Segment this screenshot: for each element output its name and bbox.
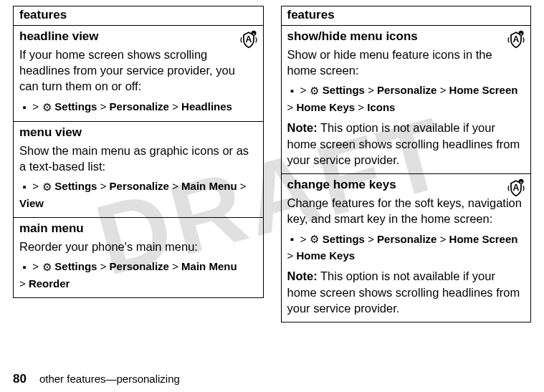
feature-title: menu view bbox=[19, 125, 257, 141]
svg-text:A: A bbox=[513, 183, 520, 193]
settings-glyph-icon: ⚙ bbox=[42, 259, 52, 276]
path-item: Reorder bbox=[29, 277, 70, 290]
nav-path: ▪ > ⚙ Settings > Personalize > Home Scre… bbox=[287, 82, 525, 115]
path-item: View bbox=[19, 197, 44, 209]
settings-glyph-icon: ⚙ bbox=[42, 179, 52, 196]
feature-cell: A+ headline view If your home screen sho… bbox=[14, 26, 263, 122]
svg-text:+: + bbox=[520, 31, 522, 36]
gt: > bbox=[100, 180, 107, 192]
page-footer: 80other features—personalizing bbox=[13, 372, 180, 386]
gt: > bbox=[19, 277, 26, 290]
feature-title: change home keys bbox=[287, 177, 525, 193]
path-item: Personalize bbox=[110, 260, 169, 272]
gt: > bbox=[172, 100, 178, 113]
left-column: features A+ headline view If your home s… bbox=[13, 6, 264, 322]
path-item: Home Keys bbox=[296, 249, 355, 262]
path-item: Main Menu bbox=[181, 180, 237, 192]
path-item: Headlines bbox=[181, 100, 232, 113]
svg-text:+: + bbox=[520, 179, 522, 184]
feature-title: show/hide menu icons bbox=[287, 29, 525, 45]
gt: > bbox=[358, 101, 364, 113]
nav-path: ▪ > ⚙ Settings > Personalize > Headlines bbox=[19, 99, 257, 115]
settings-glyph-icon: ⚙ bbox=[310, 83, 320, 100]
gt: > bbox=[32, 260, 39, 272]
gt: > bbox=[32, 180, 39, 192]
accessibility-icon: A+ bbox=[506, 177, 526, 197]
right-column: features A+ show/hide menu icons Show or… bbox=[281, 6, 532, 322]
center-key-icon: ▪ bbox=[19, 259, 29, 276]
gt: > bbox=[240, 180, 247, 192]
right-table: features A+ show/hide menu icons Show or… bbox=[281, 6, 532, 322]
svg-text:+: + bbox=[252, 31, 255, 36]
feature-note: Note: This option is not available if yo… bbox=[287, 268, 525, 316]
gt: > bbox=[172, 260, 178, 272]
accessibility-icon: A+ bbox=[506, 29, 526, 49]
gt: > bbox=[287, 249, 294, 262]
feature-body: Reorder your phone's main menu: bbox=[19, 239, 257, 254]
gt: > bbox=[287, 101, 294, 113]
gt: > bbox=[300, 233, 307, 245]
right-table-header: features bbox=[282, 6, 531, 26]
svg-text:A: A bbox=[245, 34, 252, 44]
gt: > bbox=[100, 100, 107, 113]
accessibility-icon: A+ bbox=[239, 29, 259, 49]
path-item: Home Screen bbox=[449, 84, 518, 96]
two-column-layout: features A+ headline view If your home s… bbox=[0, 0, 544, 322]
note-label: Note: bbox=[287, 121, 318, 134]
center-key-icon: ▪ bbox=[287, 231, 297, 248]
gt: > bbox=[172, 180, 178, 192]
settings-glyph-icon: ⚙ bbox=[42, 100, 52, 116]
gt: > bbox=[368, 233, 374, 245]
feature-cell: main menu Reorder your phone's main menu… bbox=[14, 218, 263, 297]
path-item: Settings bbox=[54, 260, 97, 272]
gt: > bbox=[300, 84, 307, 96]
feature-cell: A+ show/hide menu icons Show or hide men… bbox=[282, 26, 531, 174]
path-item: Settings bbox=[54, 180, 97, 192]
settings-glyph-icon: ⚙ bbox=[310, 231, 320, 248]
footer-text: other features—personalizing bbox=[39, 373, 180, 385]
center-key-icon: ▪ bbox=[19, 179, 29, 196]
gt: > bbox=[100, 260, 107, 272]
left-table-header: features bbox=[14, 6, 263, 26]
path-item: Personalize bbox=[110, 100, 169, 113]
nav-path: ▪ > ⚙ Settings > Personalize > Main Menu… bbox=[19, 259, 257, 292]
feature-cell: menu view Show the main menu as graphic … bbox=[14, 122, 263, 218]
center-key-icon: ▪ bbox=[287, 83, 297, 100]
svg-text:A: A bbox=[513, 34, 520, 44]
path-item: Settings bbox=[54, 100, 97, 113]
path-item: Personalize bbox=[377, 233, 436, 245]
feature-cell: A+ change home keys Change features for … bbox=[282, 174, 531, 322]
path-item: Personalize bbox=[110, 180, 169, 192]
feature-note: Note: This option is not available if yo… bbox=[287, 120, 525, 168]
path-item: Main Menu bbox=[181, 260, 237, 272]
page-number: 80 bbox=[13, 372, 27, 386]
gt: > bbox=[32, 100, 39, 113]
path-item: Settings bbox=[323, 84, 365, 96]
note-text: This option is not available if your hom… bbox=[287, 269, 520, 315]
feature-title: main menu bbox=[19, 221, 257, 237]
center-key-icon: ▪ bbox=[19, 100, 29, 116]
path-item: Icons bbox=[367, 101, 395, 113]
path-item: Home Screen bbox=[449, 233, 518, 245]
note-label: Note: bbox=[287, 269, 318, 282]
feature-body: Show the main menu as graphic icons or a… bbox=[19, 143, 257, 175]
gt: > bbox=[368, 84, 374, 96]
nav-path: ▪ > ⚙ Settings > Personalize > Main Menu… bbox=[19, 178, 257, 211]
feature-title: headline view bbox=[19, 29, 257, 45]
path-item: Personalize bbox=[377, 84, 436, 96]
feature-body: If your home screen shows scrolling head… bbox=[19, 47, 257, 95]
gt: > bbox=[440, 84, 447, 96]
gt: > bbox=[440, 233, 447, 245]
note-text: This option is not available if your hom… bbox=[287, 121, 520, 166]
path-item: Settings bbox=[323, 233, 365, 245]
path-item: Home Keys bbox=[296, 101, 355, 113]
feature-body: Show or hide menu feature icons in the h… bbox=[287, 47, 525, 79]
feature-body: Change features for the soft keys, navig… bbox=[287, 195, 525, 227]
nav-path: ▪ > ⚙ Settings > Personalize > Home Scre… bbox=[287, 231, 525, 264]
left-table: features A+ headline view If your home s… bbox=[13, 6, 264, 298]
